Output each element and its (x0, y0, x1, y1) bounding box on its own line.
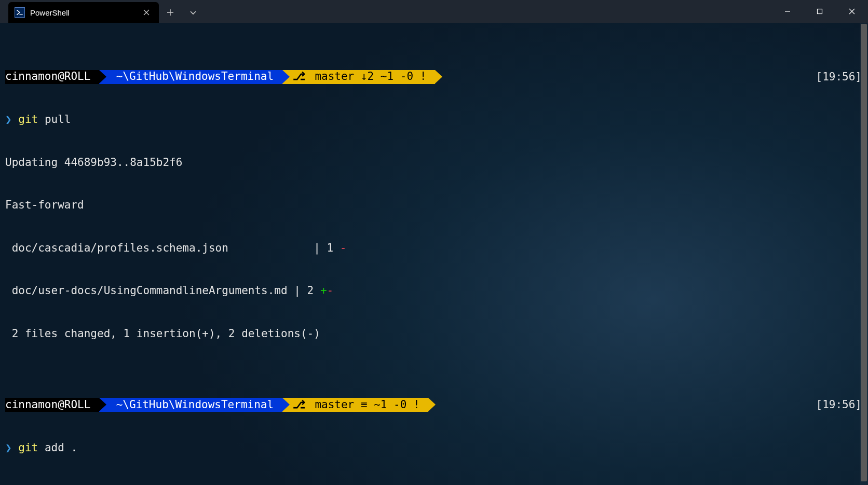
powershell-icon (15, 7, 25, 18)
tab-close-button[interactable] (141, 7, 152, 18)
maximize-button[interactable] (804, 0, 836, 23)
titlebar: PowerShell (0, 0, 868, 23)
git-branch-icon: ⎇ (293, 70, 305, 84)
terminal-viewport[interactable]: cinnamon@ROLL ~\GitHub\WindowsTerminal ⎇… (0, 23, 868, 485)
prompt-user-segment: cinnamon@ROLL (5, 70, 99, 84)
prompt-path-segment: ~\GitHub\WindowsTerminal (99, 70, 282, 84)
scrollbar-track[interactable] (860, 23, 868, 485)
prompt-git-segment: ⎇ master ≡ ~1 -0 ! (282, 398, 429, 412)
powerline-arrow-icon (428, 398, 436, 411)
output-line: Updating 44689b93..8a15b2f6 (5, 156, 863, 170)
command-line: ❯ git pull (5, 113, 863, 127)
tab-title: PowerShell (30, 8, 136, 17)
output-line: Fast-forward (5, 198, 863, 213)
powerline-arrow-icon (435, 70, 442, 84)
prompt-line: cinnamon@ROLL ~\GitHub\WindowsTerminal ⎇… (5, 70, 863, 85)
close-window-button[interactable] (836, 0, 868, 23)
scrollbar-thumb[interactable] (861, 24, 867, 481)
command-line: ❯ git add . (5, 441, 863, 455)
tab-dropdown-button[interactable] (182, 2, 205, 23)
new-tab-button[interactable] (159, 2, 182, 23)
output-line: 2 files changed, 1 insertion(+), 2 delet… (5, 327, 863, 341)
prompt-user-segment: cinnamon@ROLL (5, 398, 99, 412)
timestamp: [19:56] (816, 70, 862, 85)
prompt-caret-icon: ❯ (5, 441, 12, 455)
prompt-path-segment: ~\GitHub\WindowsTerminal (99, 398, 282, 412)
output-line: doc/user-docs/UsingCommandlineArguments.… (5, 284, 863, 298)
caption-controls (771, 0, 868, 23)
prompt-line: cinnamon@ROLL ~\GitHub\WindowsTerminal ⎇… (5, 398, 863, 412)
prompt-caret-icon: ❯ (5, 113, 12, 127)
output-line: doc/cascadia/profiles.schema.json | 1 - (5, 241, 863, 256)
prompt-git-segment: ⎇ master ↓2 ~1 -0 ! (282, 70, 435, 84)
minimize-button[interactable] (771, 0, 804, 23)
svg-rect-0 (818, 9, 822, 14)
git-branch-icon: ⎇ (293, 398, 305, 412)
timestamp: [19:56] (816, 398, 862, 412)
tab-powershell[interactable]: PowerShell (8, 2, 159, 23)
